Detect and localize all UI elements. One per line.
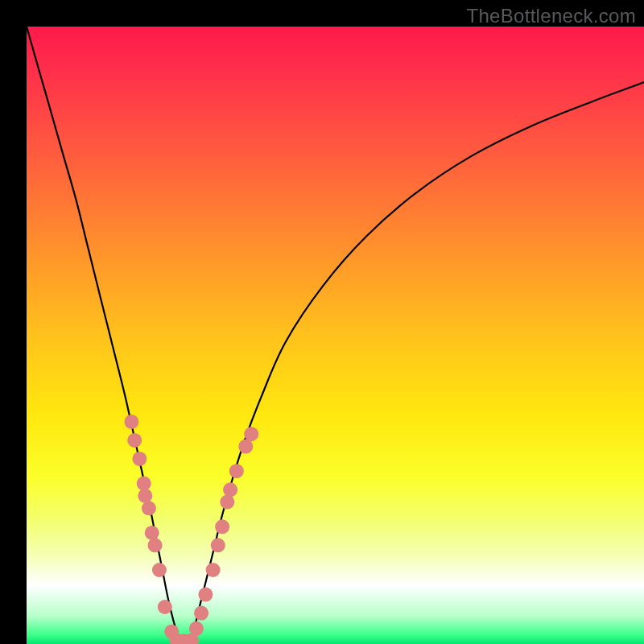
plot-area xyxy=(27,27,644,644)
gradient-background xyxy=(27,27,644,644)
chart-frame: TheBottleneck.com xyxy=(0,0,644,644)
svg-rect-0 xyxy=(27,27,644,644)
watermark-text: TheBottleneck.com xyxy=(466,5,636,27)
